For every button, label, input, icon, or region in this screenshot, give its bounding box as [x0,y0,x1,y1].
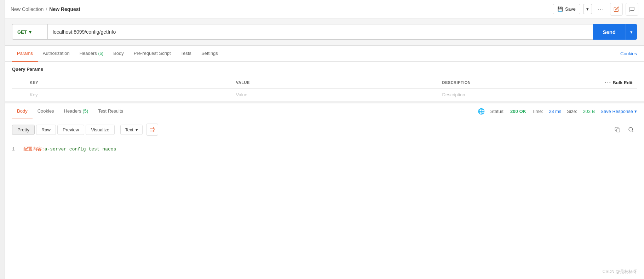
col-header-actions: ··· Bulk Edit [602,77,637,89]
wrap-lines-button[interactable] [146,124,158,136]
send-main-button[interactable]: Send [593,24,626,40]
response-tab-test-results[interactable]: Test Results [93,103,128,119]
top-bar-actions: 💾 Save ▾ ··· [553,3,638,16]
response-tab-body[interactable]: Body [12,103,33,119]
tab-authorization[interactable]: Authorization [38,46,75,62]
text-format-label: Text [125,127,133,132]
response-tab-cookies[interactable]: Cookies [33,103,59,119]
response-line-content-1: 配置内容:a-server_config_test_nacos [23,146,116,152]
key-cell[interactable]: Key [26,89,232,101]
save-button[interactable]: 💾 Save [553,4,580,14]
response-key: 配置内容: [23,147,45,152]
tab-params[interactable]: Params [12,46,38,62]
response-headers-badge: (5) [82,108,88,114]
size-value: 203 B [583,109,595,114]
format-pretty-button[interactable]: Pretty [12,125,35,135]
send-dropdown-button[interactable]: ▾ [626,24,637,40]
time-label: Time: [532,109,543,114]
url-input[interactable] [47,24,593,40]
tab-settings[interactable]: Settings [196,46,223,62]
size-label: Size: [567,109,577,114]
params-table: KEY VALUE DESCRIPTION ··· Bulk Edit Key … [12,77,637,101]
svg-rect-0 [617,129,620,132]
query-params-title: Query Params [12,67,637,72]
text-format-selector[interactable]: Text ▾ [120,125,143,135]
tab-body[interactable]: Body [108,46,129,62]
tab-pre-request[interactable]: Pre-request Script [129,46,176,62]
text-format-chevron-icon: ▾ [136,127,138,132]
headers-badge: (6) [98,51,103,56]
method-chevron-icon: ▾ [29,29,31,35]
status-label: Status: [490,109,505,114]
copy-button[interactable] [611,124,623,136]
format-raw-button[interactable]: Raw [36,125,56,135]
bulk-edit-button[interactable]: Bulk Edit [613,80,632,85]
col-header-value: VALUE [232,77,439,89]
globe-icon: 🌐 [478,108,485,115]
response-section: Body Cookies Headers (5) Test Results 🌐 … [5,101,644,204]
status-code: 200 OK [510,109,526,114]
col-header-checkbox [12,77,26,89]
response-body-toolbar: Pretty Raw Preview Visualize Text ▾ [5,119,644,140]
svg-line-2 [632,131,633,132]
params-section: Query Params KEY VALUE DESCRIPTION ··· B… [5,62,644,101]
response-tab-headers[interactable]: Headers (5) [59,103,93,119]
col-header-description: DESCRIPTION [439,77,602,89]
response-line-1: 1 配置内容:a-server_config_test_nacos [12,146,637,152]
more-options-button[interactable]: ··· [595,5,607,14]
description-cell[interactable]: Description [439,89,602,101]
send-button-group: Send ▾ [593,24,637,40]
value-cell[interactable]: Value [232,89,439,101]
time-value: 23 ms [549,109,561,114]
row-checkbox-cell [12,89,26,101]
collection-name: New Collection [11,6,44,12]
save-icon: 💾 [557,6,563,12]
table-row: Key Value Description [12,89,637,101]
url-bar: GET ▾ Send ▾ [5,18,644,46]
watermark: CSDN @是杨杨呀 [602,269,637,275]
top-bar: New Collection / New Request 💾 Save ▾ ··… [5,0,644,18]
save-response-button[interactable]: Save Response ▾ [600,109,637,114]
edit-icon-button[interactable] [610,3,623,16]
svg-point-1 [629,127,633,131]
response-value: a-server_config_test_nacos [45,147,116,152]
tab-tests[interactable]: Tests [176,46,196,62]
request-tabs: Params Authorization Headers (6) Body Pr… [5,46,644,62]
response-status-area: 🌐 Status: 200 OK Time: 23 ms Size: 203 B… [128,108,637,115]
search-button[interactable] [625,124,637,136]
method-selector[interactable]: GET ▾ [12,24,47,40]
col-header-key: KEY [26,77,232,89]
line-number-1: 1 [12,147,15,152]
left-sidebar [0,0,5,279]
save-dropdown-button[interactable]: ▾ [583,4,592,14]
breadcrumb: New Collection / New Request [11,6,80,12]
response-tabs-bar: Body Cookies Headers (5) Test Results 🌐 … [5,103,644,119]
save-label: Save [565,6,576,12]
response-body: 1 配置内容:a-server_config_test_nacos [5,140,644,204]
format-preview-button[interactable]: Preview [57,125,84,135]
table-options-icon[interactable]: ··· [605,80,611,85]
request-name: New Request [49,6,80,12]
method-label: GET [17,29,27,35]
format-visualize-button[interactable]: Visualize [86,125,115,135]
tab-headers[interactable]: Headers (6) [75,46,108,62]
actions-cell [602,89,637,101]
save-response-chevron-icon: ▾ [634,109,637,114]
comment-icon-button[interactable] [626,3,638,16]
main-content: New Collection / New Request 💾 Save ▾ ··… [5,0,644,204]
breadcrumb-separator: / [46,6,47,12]
cookies-link[interactable]: Cookies [620,51,637,56]
